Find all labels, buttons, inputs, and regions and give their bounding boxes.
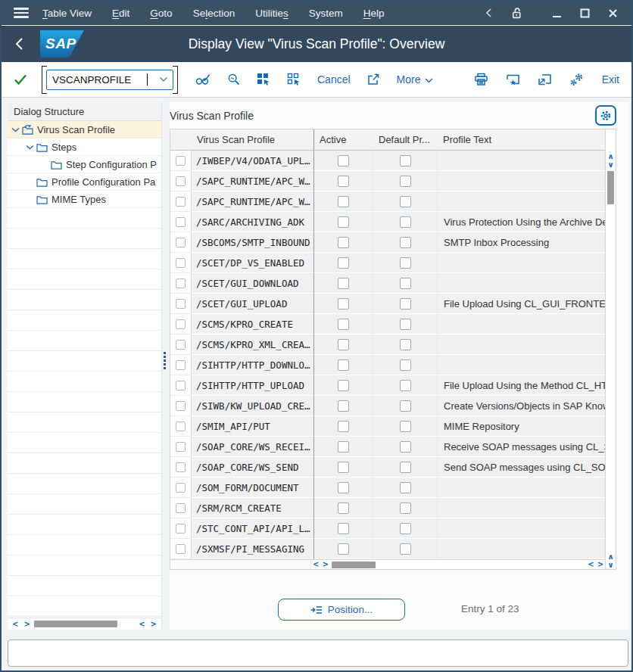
table-row[interactable]: /SCMS/KPRO_XML_CREA… [170, 334, 605, 355]
table-row[interactable]: /SARC/ARCHIVING_ADKVirus Protection Usin… [170, 212, 605, 232]
table-row[interactable]: /SCET/GUI_DOWNLOAD [170, 273, 605, 294]
profile-name-cell[interactable]: /SOM_FORM/DOCUMENT [192, 478, 314, 498]
scroll-right-icon[interactable]: > [596, 561, 605, 568]
position-button[interactable]: Position... [278, 599, 405, 621]
row-select-checkbox[interactable] [176, 299, 186, 309]
menu-edit[interactable]: Edit [112, 8, 129, 19]
tree-item-steps[interactable]: Steps [8, 138, 161, 156]
default-checkbox[interactable] [400, 400, 411, 412]
profile-name-cell[interactable]: /SOAP_CORE/WS_SEND [192, 457, 314, 478]
default-checkbox[interactable] [400, 441, 411, 453]
profile-name-cell[interactable]: /SAPC_RUNTIME/APC_W… [192, 171, 314, 191]
deselect-block-icon[interactable] [287, 73, 301, 86]
active-checkbox[interactable] [338, 482, 349, 493]
row-select-checkbox[interactable] [176, 442, 186, 452]
menu-table-view[interactable]: Table View [42, 8, 92, 19]
tree-item-step-configuration-p[interactable]: Step Configuration P [8, 156, 161, 173]
profile-name-cell[interactable]: /SCET/GUI_UPLOAD [192, 294, 314, 314]
row-select-checkbox[interactable] [176, 340, 186, 350]
maximize-button[interactable] [580, 8, 590, 18]
collapse-chevron-icon[interactable] [485, 8, 492, 18]
active-checkbox[interactable] [338, 298, 349, 310]
hamburger-icon[interactable] [14, 8, 29, 18]
table-row[interactable]: /SOM_FORM/DOCUMENT [170, 478, 605, 498]
row-select-checkbox[interactable] [176, 422, 186, 431]
table-row[interactable]: /SIHTTP/HTTP_DOWNLO… [170, 355, 605, 375]
display-change-icon[interactable] [195, 73, 211, 86]
default-checkbox[interactable] [400, 523, 411, 534]
tree-item-profile-configuration-pa[interactable]: Profile Configuration Pa [8, 173, 161, 191]
new-window-star-icon[interactable] [506, 73, 520, 86]
command-input[interactable] [47, 74, 147, 86]
profile-name-cell[interactable]: /SIHTTP/HTTP_UPLOAD [192, 375, 314, 396]
table-row[interactable]: /SAPC_RUNTIME/APC_W… [170, 191, 605, 212]
active-checkbox[interactable] [338, 523, 349, 534]
profile-name-cell[interactable]: /SIWB/KW_UPLOAD_CRE… [192, 396, 314, 416]
row-select-checkbox[interactable] [176, 176, 186, 186]
scroll-down-icon[interactable]: ∨ [607, 561, 613, 569]
active-checkbox[interactable] [338, 400, 349, 412]
default-checkbox[interactable] [400, 462, 411, 473]
scrollbar-thumb[interactable] [607, 171, 614, 204]
active-checkbox[interactable] [338, 543, 349, 555]
menu-utilities[interactable]: Utilities [255, 8, 288, 19]
default-checkbox[interactable] [400, 502, 411, 514]
scrollbar-thumb[interactable] [332, 562, 376, 568]
profile-name-cell[interactable]: /SCMS/KPRO_XML_CREA… [192, 334, 314, 355]
table-row[interactable]: /SOAP_CORE/WS_SENDSend SOAP messages usi… [170, 457, 605, 478]
new-session-icon[interactable] [538, 73, 552, 86]
scroll-left-icon[interactable]: < [11, 621, 20, 628]
share-icon[interactable] [366, 73, 381, 86]
scroll-left-icon[interactable]: < [311, 561, 320, 568]
active-checkbox[interactable] [338, 380, 349, 391]
default-checkbox[interactable] [400, 421, 411, 432]
command-dropdown-chevron-icon[interactable] [159, 76, 173, 82]
scrollbar-thumb[interactable] [34, 621, 117, 627]
row-select-checkbox[interactable] [176, 381, 186, 390]
active-checkbox[interactable] [338, 257, 349, 269]
tree-item-virus-scan-profile[interactable]: Virus Scan Profile [8, 121, 161, 138]
menu-goto[interactable]: Goto [150, 8, 172, 19]
command-field[interactable] [46, 70, 173, 90]
default-checkbox[interactable] [400, 359, 411, 371]
default-checkbox[interactable] [400, 298, 411, 310]
row-select-checkbox[interactable] [176, 483, 186, 493]
menu-selection[interactable]: Selection [193, 8, 235, 19]
minimize-button[interactable] [552, 8, 562, 18]
table-row[interactable]: /SOAP_CORE/WS_RECEI…Receive SOAP message… [170, 437, 605, 457]
profile-name-cell[interactable]: /SAPC_RUNTIME/APC_W… [192, 191, 314, 212]
row-select-checkbox[interactable] [176, 544, 186, 554]
profile-name-cell[interactable]: /SMIM_API/PUT [192, 416, 314, 437]
active-checkbox[interactable] [338, 359, 349, 371]
tree-item-mime-types[interactable]: MIME Types [8, 191, 161, 208]
scroll-down-icon[interactable]: ∨ [607, 160, 613, 169]
scroll-right-icon[interactable]: > [320, 561, 329, 568]
default-checkbox[interactable] [400, 155, 411, 166]
table-row[interactable]: /SIWB/KW_UPLOAD_CRE…Create Versions/Obje… [170, 396, 605, 416]
row-select-checkbox[interactable] [176, 462, 186, 472]
scroll-left-icon[interactable]: < [586, 561, 595, 568]
active-checkbox[interactable] [338, 216, 349, 228]
row-select-checkbox[interactable] [176, 360, 186, 370]
table-row[interactable]: /SIHTTP/HTTP_UPLOADFile Upload Using the… [170, 375, 605, 396]
confirm-checkmark-icon[interactable] [14, 73, 27, 86]
default-checkbox[interactable] [400, 196, 411, 207]
profile-name-cell[interactable]: /SCET/GUI_DOWNLOAD [192, 273, 314, 294]
table-row[interactable]: /SCET/DP_VS_ENABLED [170, 253, 605, 273]
find-icon[interactable] [227, 73, 241, 86]
profile-name-cell[interactable]: /IWBEP/V4/ODATA_UPL… [192, 151, 314, 171]
row-select-checkbox[interactable] [176, 524, 186, 534]
row-select-checkbox[interactable] [176, 401, 186, 411]
row-select-checkbox[interactable] [176, 319, 186, 329]
row-select-checkbox[interactable] [176, 503, 186, 513]
menu-help[interactable]: Help [363, 8, 385, 19]
default-checkbox[interactable] [400, 380, 411, 391]
table-row[interactable]: /SCMS/KPRO_CREATE [170, 314, 605, 334]
table-row[interactable]: /SAPC_RUNTIME/APC_W… [170, 171, 605, 191]
row-select-checkbox[interactable] [176, 238, 186, 247]
scroll-left-icon[interactable]: < [137, 621, 146, 628]
settings-gears-icon[interactable] [569, 73, 585, 87]
default-checkbox[interactable] [400, 319, 411, 330]
default-checkbox[interactable] [400, 339, 411, 350]
row-select-checkbox[interactable] [176, 217, 186, 227]
